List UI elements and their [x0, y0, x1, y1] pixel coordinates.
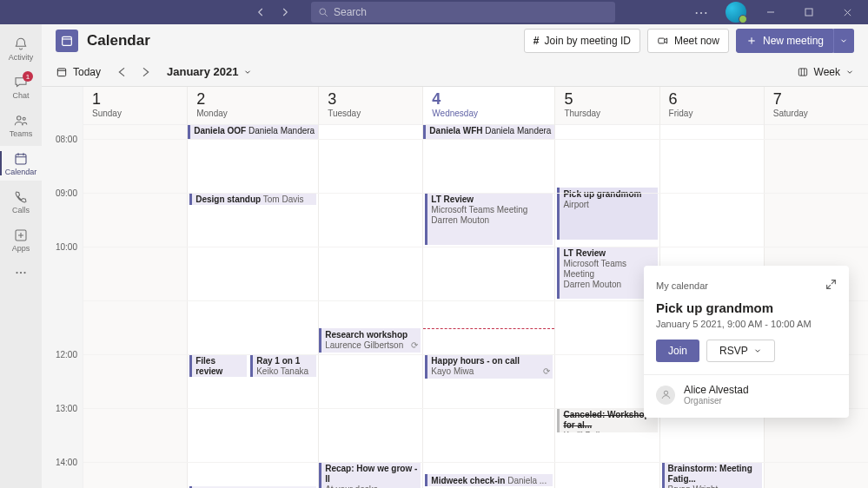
- event-design-standup[interactable]: Design standup Tom Davis: [189, 193, 316, 205]
- svg-rect-4: [16, 154, 26, 163]
- event-midweek-checkin[interactable]: Midweek check-in Daniela ...: [425, 474, 553, 486]
- hash-icon: #: [533, 35, 540, 47]
- event-brainstorm[interactable]: Brainstorm: Meeting Fatig...Bryan Wright…: [662, 462, 762, 488]
- month-picker[interactable]: January 2021: [167, 65, 252, 78]
- join-button[interactable]: Join: [656, 340, 699, 362]
- chevron-down-icon: [243, 68, 252, 76]
- svg-rect-14: [798, 68, 806, 75]
- event-lt-review-thu[interactable]: LT ReviewMicrosoft Teams MeetingDarren M…: [557, 247, 657, 299]
- day-header: 6 Friday: [660, 87, 764, 125]
- event-ray-1on1[interactable]: Ray 1 on 1Keiko Tanaka: [250, 354, 316, 377]
- event-canceled-workshop[interactable]: Canceled: Workshop for al...Kadji Bell: [557, 408, 657, 432]
- popup-calendar-name: My calendar: [656, 280, 708, 291]
- more-button[interactable]: ⋯: [687, 0, 715, 24]
- day-header: 7 Saturday: [765, 87, 868, 125]
- popup-event-time: January 5 2021, 9:00 AM - 10:00 AM: [656, 319, 837, 329]
- rail-chat[interactable]: 1 Chat: [0, 69, 42, 104]
- event-detail-popup: My calendar Pick up grandmom January 5 2…: [644, 266, 849, 418]
- chevron-down-icon: [753, 346, 762, 355]
- app-rail: Activity 1 Chat Teams Calendar Calls: [0, 24, 42, 488]
- day-column-tuesday[interactable]: 3 Tuesday Research workshopLaurence Gilb…: [319, 87, 423, 488]
- plus-icon: ＋: [745, 33, 758, 49]
- day-column-monday[interactable]: 2 Monday Daniela OOF Daniela Mandera Des…: [188, 87, 319, 488]
- svg-point-3: [23, 117, 25, 120]
- svg-rect-1: [805, 9, 812, 16]
- rail-more[interactable]: [0, 260, 42, 285]
- rail-teams-label: Teams: [10, 129, 33, 138]
- hour-label: [42, 296, 83, 350]
- window-maximize-button[interactable]: [795, 0, 823, 24]
- svg-point-15: [664, 391, 667, 394]
- view-picker[interactable]: Week: [797, 66, 854, 78]
- event-research-workshop[interactable]: Research workshopLaurence Gilbertson⟳: [319, 328, 421, 353]
- calendar-toolbar: Today January 2021 Week: [42, 57, 868, 87]
- day-column-sunday[interactable]: 1 Sunday: [83, 87, 188, 488]
- rail-calls[interactable]: Calls: [0, 184, 42, 219]
- new-meeting-button[interactable]: ＋ New meeting: [736, 29, 833, 53]
- today-button[interactable]: Today: [56, 62, 101, 82]
- rail-apps-label: Apps: [12, 244, 30, 253]
- hour-label: 12:00: [42, 350, 83, 404]
- svg-point-8: [23, 272, 25, 274]
- event-happy-hours[interactable]: Happy hours - on callKayo Miwa⟳: [425, 354, 553, 379]
- day-header: 3 Tuesday: [319, 87, 422, 125]
- allday-event[interactable]: Daniela OOF Daniela Mandera: [188, 125, 318, 139]
- calendar-app-icon: [56, 30, 78, 52]
- svg-point-6: [16, 272, 17, 274]
- day-column-wednesday[interactable]: 4 Wednesday Daniela WFH Daniela Mandera …: [423, 87, 555, 488]
- popup-event-title: Pick up grandmom: [656, 300, 837, 315]
- search-box[interactable]: [311, 2, 615, 23]
- user-avatar[interactable]: [726, 2, 746, 23]
- hour-label: 09:00: [42, 188, 83, 242]
- hour-label: 14:00: [42, 458, 83, 488]
- rail-apps[interactable]: Apps: [0, 222, 42, 257]
- svg-point-7: [20, 272, 22, 274]
- day-header: 1 Sunday: [83, 87, 187, 125]
- organiser-name: Alice Alvestad: [684, 384, 749, 396]
- rail-teams[interactable]: Teams: [0, 108, 42, 142]
- hour-label: 10:00: [42, 242, 83, 296]
- meet-now-button[interactable]: Meet now: [647, 29, 729, 53]
- rsvp-button[interactable]: RSVP: [706, 340, 775, 362]
- event-lt-review-wed[interactable]: LT ReviewMicrosoft Teams MeetingDarren M…: [425, 193, 553, 245]
- calendar-today-icon: [56, 66, 68, 78]
- chevron-down-icon: [845, 68, 854, 76]
- organiser-avatar: [656, 386, 675, 405]
- video-icon: [657, 35, 669, 47]
- search-input[interactable]: [334, 6, 608, 18]
- expand-icon: [825, 279, 837, 290]
- recurring-icon: ⟳: [411, 340, 418, 351]
- hour-label: 13:00: [42, 404, 83, 458]
- rail-calls-label: Calls: [12, 206, 30, 214]
- nav-forward-button[interactable]: [275, 2, 295, 23]
- event-recap[interactable]: Recap: How we grow - IIAt your desksRay …: [319, 462, 421, 488]
- join-by-id-button[interactable]: # Join by meeting ID: [524, 29, 640, 53]
- svg-point-2: [17, 115, 22, 120]
- day-header: 4 Wednesday: [423, 87, 554, 125]
- popup-expand-button[interactable]: [825, 278, 837, 293]
- chevron-down-icon: [839, 36, 848, 45]
- title-bar: ⋯: [0, 0, 868, 24]
- rail-activity[interactable]: Activity: [0, 31, 42, 66]
- rail-chat-label: Chat: [12, 91, 29, 100]
- rail-chat-badge: 1: [23, 71, 33, 82]
- svg-rect-12: [659, 38, 665, 43]
- page-title: Calendar: [87, 32, 150, 49]
- rail-calendar-label: Calendar: [5, 168, 37, 176]
- week-view-icon: [797, 66, 809, 78]
- svg-rect-11: [63, 36, 72, 45]
- svg-rect-13: [57, 68, 65, 76]
- event-pick-up-grandmom[interactable]: Pick up grandmomAirport: [557, 188, 657, 240]
- prev-week-button[interactable]: [113, 63, 130, 81]
- new-meeting-dropdown[interactable]: [833, 29, 854, 53]
- next-week-button[interactable]: [137, 63, 155, 81]
- allday-event[interactable]: Daniela WFH Daniela Mandera: [423, 125, 554, 139]
- time-column: 08:00 09:00 10:00 12:00 13:00 14:00 15:0…: [42, 87, 83, 488]
- person-icon: [660, 389, 672, 400]
- window-minimize-button[interactable]: [757, 0, 785, 24]
- window-close-button[interactable]: [833, 0, 861, 24]
- rail-calendar[interactable]: Calendar: [0, 146, 42, 181]
- nav-back-button[interactable]: [250, 2, 271, 23]
- event-files-review[interactable]: Files reviewEric Ishida: [189, 354, 247, 377]
- rail-activity-label: Activity: [9, 53, 34, 62]
